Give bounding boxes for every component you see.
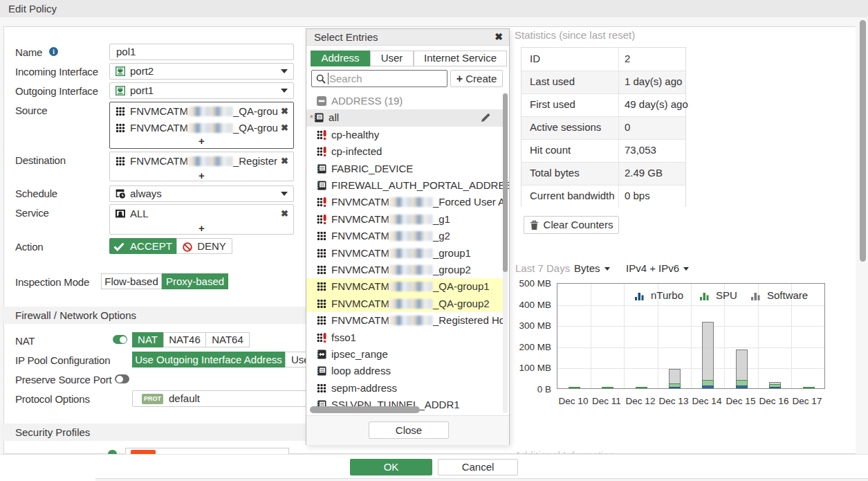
svg-text:i: i [53, 48, 55, 55]
